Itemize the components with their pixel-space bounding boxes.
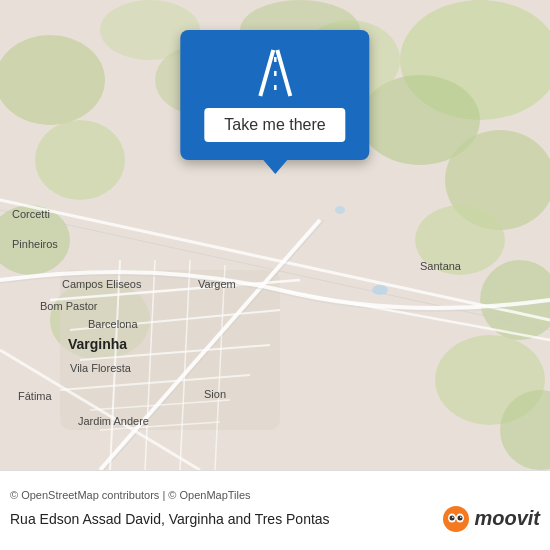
label-vargem: Vargem (198, 278, 236, 290)
svg-point-6 (0, 35, 105, 125)
label-vila-floresta: Vila Floresta (70, 362, 131, 374)
moovit-owl-icon (442, 505, 470, 533)
label-sion: Sion (204, 388, 226, 400)
svg-point-34 (335, 206, 345, 214)
moovit-brand-text: moovit (474, 507, 540, 530)
svg-point-40 (443, 506, 469, 532)
popup-card: Take me there (180, 30, 369, 160)
svg-point-33 (372, 285, 388, 295)
svg-line-36 (277, 50, 290, 96)
moovit-logo: moovit (442, 505, 540, 533)
svg-point-44 (458, 515, 463, 520)
label-corcetti: Corcetti (12, 208, 50, 220)
bottom-bar: © OpenStreetMap contributors | © OpenMap… (0, 470, 550, 550)
label-campos-eliseos: Campos Eliseos (62, 278, 141, 290)
take-me-there-button[interactable]: Take me there (204, 108, 345, 142)
label-bom-pastor: Bom Pastor (40, 300, 97, 312)
route-info: Rua Edson Assad David, Varginha and Tres… (10, 505, 540, 533)
map-attribution: © OpenStreetMap contributors | © OpenMap… (10, 489, 540, 501)
label-jardim-andere: Jardim Andere (78, 415, 149, 427)
label-barcelona: Barcelona (88, 318, 138, 330)
svg-line-35 (260, 50, 273, 96)
route-title: Rua Edson Assad David, Varginha and Tres… (10, 511, 434, 527)
map-view[interactable]: Corcetti Pinheiros Campos Eliseos Bom Pa… (0, 0, 550, 470)
label-pinheiros: Pinheiros (12, 238, 58, 250)
svg-point-7 (35, 120, 125, 200)
label-fatima: Fátima (18, 390, 52, 402)
svg-point-43 (450, 515, 455, 520)
road-icon (245, 48, 305, 98)
svg-point-45 (452, 516, 454, 518)
label-santana: Santana (420, 260, 461, 272)
svg-point-46 (460, 516, 462, 518)
label-varginha: Varginha (68, 336, 127, 352)
